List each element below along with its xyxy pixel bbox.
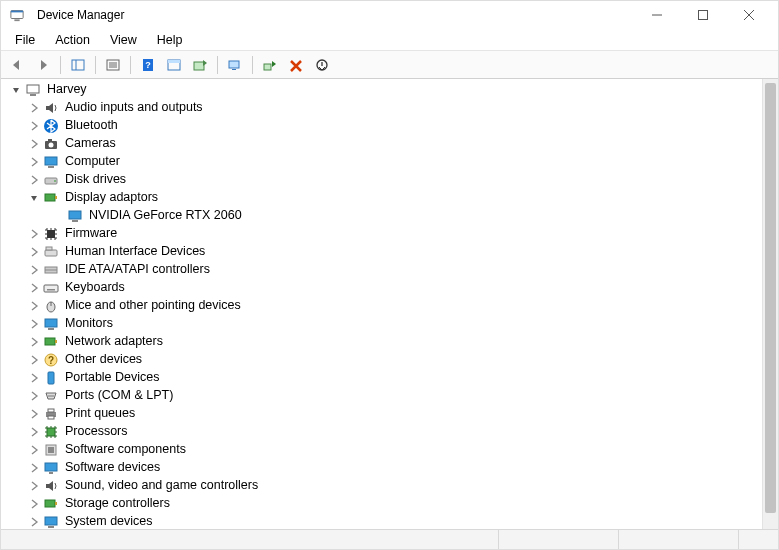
- tree-item-hid[interactable]: Human Interface Devices: [5, 243, 762, 261]
- collapse-icon[interactable]: [9, 83, 23, 97]
- svg-rect-47: [45, 338, 55, 345]
- expand-icon[interactable]: [27, 443, 41, 457]
- tree-item-ide[interactable]: IDE ATA/ATAPI controllers: [5, 261, 762, 279]
- tree-item-cameras[interactable]: Cameras: [5, 135, 762, 153]
- expand-icon[interactable]: [27, 173, 41, 187]
- forward-button[interactable]: [31, 54, 55, 76]
- tree-item-portable[interactable]: Portable Devices: [5, 369, 762, 387]
- vertical-scrollbar[interactable]: [762, 79, 778, 529]
- expand-icon[interactable]: [27, 299, 41, 313]
- menu-action[interactable]: Action: [47, 31, 98, 49]
- back-button[interactable]: [5, 54, 29, 76]
- action-item-button[interactable]: [162, 54, 186, 76]
- svg-rect-61: [45, 463, 57, 471]
- svg-rect-22: [27, 85, 39, 93]
- expand-icon[interactable]: [27, 479, 41, 493]
- tree-item-monitors[interactable]: Monitors: [5, 315, 762, 333]
- svg-rect-60: [48, 447, 54, 453]
- tree-item-printqueues[interactable]: Print queues: [5, 405, 762, 423]
- menu-file[interactable]: File: [7, 31, 43, 49]
- svg-rect-51: [48, 372, 54, 384]
- tree-item-storage[interactable]: Storage controllers: [5, 495, 762, 513]
- expand-icon[interactable]: [27, 227, 41, 241]
- expand-icon[interactable]: [27, 101, 41, 115]
- enable-device-button[interactable]: [258, 54, 282, 76]
- expand-icon[interactable]: [27, 263, 41, 277]
- svg-text:?: ?: [145, 60, 151, 70]
- expand-icon[interactable]: [27, 371, 41, 385]
- update-driver-button[interactable]: [188, 54, 212, 76]
- svg-point-53: [50, 395, 52, 397]
- tree-item-processors[interactable]: Processors: [5, 423, 762, 441]
- tree-item-audio[interactable]: Audio inputs and outputs: [5, 99, 762, 117]
- svg-rect-65: [45, 517, 57, 525]
- tree-item-swcomponents[interactable]: Software components: [5, 441, 762, 459]
- expand-icon[interactable]: [27, 461, 41, 475]
- unknown-device-icon: ?: [43, 352, 59, 368]
- expand-icon[interactable]: [27, 389, 41, 403]
- expand-icon[interactable]: [27, 155, 41, 169]
- svg-rect-35: [72, 220, 78, 222]
- software-icon: [43, 442, 59, 458]
- tree-item-computer[interactable]: Computer: [5, 153, 762, 171]
- monitor-icon: [43, 154, 59, 170]
- svg-rect-38: [46, 247, 52, 250]
- tree-item-display-child[interactable]: · NVIDIA GeForce RTX 2060: [5, 207, 762, 225]
- tree-item-ports[interactable]: Ports (COM & LPT): [5, 387, 762, 405]
- client-area: Harvey Audio inputs and outputs Bluetoot…: [1, 79, 778, 529]
- svg-rect-18: [229, 61, 239, 68]
- scan-hardware-button[interactable]: [223, 54, 247, 76]
- tree-item-display[interactable]: Display adaptors: [5, 189, 762, 207]
- tree-item-mice[interactable]: Mice and other pointing devices: [5, 297, 762, 315]
- tree-item-bluetooth[interactable]: Bluetooth: [5, 117, 762, 135]
- expand-icon[interactable]: [27, 335, 41, 349]
- expand-icon[interactable]: [27, 281, 41, 295]
- expand-icon[interactable]: [27, 515, 41, 529]
- statusbar-grip[interactable]: [738, 530, 778, 549]
- tree-item-sound[interactable]: Sound, video and game controllers: [5, 477, 762, 495]
- svg-rect-7: [72, 60, 84, 70]
- uninstall-device-button[interactable]: [284, 54, 308, 76]
- mouse-icon: [43, 298, 59, 314]
- tree-item-swdevices[interactable]: Software devices: [5, 459, 762, 477]
- tree-root[interactable]: Harvey: [5, 81, 762, 99]
- tree-label: Disk drives: [65, 171, 126, 189]
- expand-icon[interactable]: [27, 317, 41, 331]
- tree-label: Harvey: [47, 81, 87, 99]
- tree-item-system[interactable]: System devices: [5, 513, 762, 529]
- help-button[interactable]: ?: [136, 54, 160, 76]
- maximize-button[interactable]: [680, 1, 726, 29]
- svg-rect-23: [30, 94, 36, 96]
- tree-item-firmware[interactable]: Firmware: [5, 225, 762, 243]
- expand-icon[interactable]: [27, 497, 41, 511]
- device-tree[interactable]: Harvey Audio inputs and outputs Bluetoot…: [1, 79, 762, 529]
- toolbar-separator: [95, 56, 96, 74]
- titlebar: Device Manager: [1, 1, 778, 29]
- disable-device-button[interactable]: [310, 54, 334, 76]
- toolbar-separator: [130, 56, 131, 74]
- svg-rect-42: [47, 289, 55, 291]
- menu-help[interactable]: Help: [149, 31, 191, 49]
- properties-button[interactable]: [101, 54, 125, 76]
- tree-item-other[interactable]: ? Other devices: [5, 351, 762, 369]
- expand-icon[interactable]: [27, 137, 41, 151]
- tree-item-network[interactable]: Network adapters: [5, 333, 762, 351]
- expand-icon[interactable]: [27, 119, 41, 133]
- menu-view[interactable]: View: [102, 31, 145, 49]
- minimize-button[interactable]: [634, 1, 680, 29]
- tree-label: Cameras: [65, 135, 116, 153]
- expand-icon[interactable]: [27, 353, 41, 367]
- expand-icon[interactable]: [27, 245, 41, 259]
- show-hide-tree-button[interactable]: [66, 54, 90, 76]
- scrollbar-thumb[interactable]: [765, 83, 776, 513]
- collapse-icon[interactable]: [27, 191, 41, 205]
- expand-icon[interactable]: [27, 425, 41, 439]
- close-button[interactable]: [726, 1, 772, 29]
- window-title: Device Manager: [37, 8, 124, 22]
- tree-label: Software devices: [65, 459, 160, 477]
- expand-icon[interactable]: [27, 407, 41, 421]
- bluetooth-icon: [43, 118, 59, 134]
- tree-item-disk[interactable]: Disk drives: [5, 171, 762, 189]
- svg-point-52: [48, 395, 50, 397]
- tree-item-keyboards[interactable]: Keyboards: [5, 279, 762, 297]
